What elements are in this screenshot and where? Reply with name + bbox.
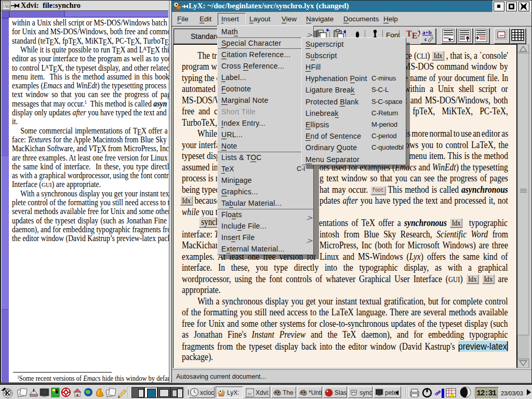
svg-text:a+b: a+b <box>422 29 432 35</box>
svg-text:1969: 1969 <box>3 5 11 9</box>
svg-text:dvi: dvi <box>247 392 252 396</box>
svg-text:K: K <box>6 390 10 397</box>
svg-text:c: c <box>424 36 427 42</box>
